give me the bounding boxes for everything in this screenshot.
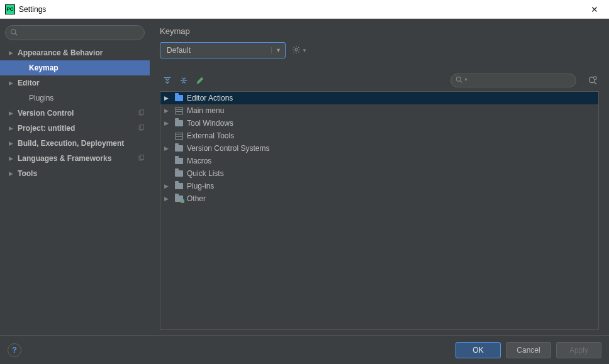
main-area: ▶Appearance & BehaviorKeymap▶EditorPlugi…	[0, 19, 609, 335]
titlebar: PC Settings ✕	[0, 0, 609, 19]
svg-point-8	[295, 48, 298, 51]
sidebar-item-build-execution-deployment[interactable]: ▶Build, Execution, Deployment	[0, 136, 150, 151]
help-button[interactable]: ?	[8, 343, 21, 357]
sidebar-item-label: Plugins	[29, 94, 145, 102]
tree-item-editor-actions[interactable]: ▶Editor Actions	[160, 92, 598, 104]
footer: ? OK Cancel Apply	[0, 335, 609, 364]
sidebar-search-input[interactable]	[5, 25, 145, 40]
chevron-down-icon: ▼	[271, 47, 281, 53]
sidebar-item-plugins[interactable]: Plugins	[0, 91, 150, 106]
tree-item-label: External Tools	[187, 131, 234, 140]
tree-item-label: Plug-ins	[187, 182, 214, 190]
find-by-shortcut-button[interactable]	[586, 75, 599, 85]
gear-icon	[292, 45, 301, 56]
sidebar-item-label: Languages & Frameworks	[18, 154, 138, 163]
svg-point-15	[594, 77, 597, 80]
svg-point-11	[456, 77, 461, 81]
apply-button-label: Apply	[569, 346, 588, 355]
cancel-button-label: Cancel	[517, 346, 540, 355]
sidebar-item-appearance-behavior[interactable]: ▶Appearance & Behavior	[0, 45, 150, 60]
keymap-scheme-dropdown[interactable]: Default ▼	[160, 42, 286, 58]
tree-item-label: Tool Windows	[187, 119, 233, 128]
panel-body: Default ▼ ▼	[150, 42, 609, 335]
tree-item-label: Version Control Systems	[187, 144, 269, 153]
sidebar-item-editor[interactable]: ▶Editor	[0, 75, 150, 91]
keymap-scheme-label: Default	[167, 46, 271, 55]
chevron-right-icon: ▶	[164, 95, 170, 101]
sidebar-nav: ▶Appearance & BehaviorKeymap▶EditorPlugi…	[0, 45, 150, 335]
apply-button: Apply	[556, 342, 601, 358]
sidebar-item-project-untitled[interactable]: ▶Project: untitled	[0, 121, 150, 136]
project-scope-icon	[138, 109, 145, 118]
sidebar-item-label: Tools	[18, 169, 145, 178]
content-panel: Keymap Default ▼ ▼	[150, 19, 609, 335]
chevron-right-icon: ▶	[164, 120, 170, 126]
sidebar-item-tools[interactable]: ▶Tools	[0, 166, 150, 181]
sidebar-item-label: Build, Execution, Deployment	[18, 139, 145, 148]
tree-item-external-tools[interactable]: External Tools	[160, 130, 598, 142]
chevron-right-icon: ▶	[164, 108, 170, 114]
folder-multi-icon	[174, 194, 183, 203]
tree-item-label: Quick Lists	[187, 169, 224, 178]
tree-item-label: Macros	[187, 157, 211, 165]
tree-item-other[interactable]: ▶Other	[160, 192, 598, 205]
chevron-right-icon: ▶	[9, 80, 15, 86]
ok-button[interactable]: OK	[455, 342, 501, 358]
sidebar: ▶Appearance & BehaviorKeymap▶EditorPlugi…	[0, 19, 150, 335]
svg-line-14	[595, 82, 597, 85]
sidebar-item-languages-frameworks[interactable]: ▶Languages & Frameworks	[0, 151, 150, 166]
chevron-right-icon: ▶	[9, 110, 15, 116]
tree-item-label: Other	[187, 194, 206, 203]
chevron-right-icon: ▶	[9, 170, 15, 177]
tree-item-main-menu[interactable]: ▶Main menu	[160, 104, 598, 117]
panel-title: Keymap	[150, 19, 609, 42]
keymap-filter-input[interactable]	[450, 74, 576, 87]
sidebar-item-keymap[interactable]: Keymap	[0, 60, 150, 75]
edit-shortcut-button[interactable]	[195, 75, 205, 85]
sidebar-item-label: Version Control	[18, 109, 138, 118]
close-button[interactable]: ✕	[585, 0, 604, 19]
folder-icon	[174, 119, 183, 128]
sidebar-item-label: Appearance & Behavior	[18, 48, 145, 57]
chevron-right-icon: ▶	[9, 50, 15, 56]
ok-button-label: OK	[472, 346, 483, 355]
tree-item-macros[interactable]: Macros	[160, 155, 598, 167]
tree-item-tool-windows[interactable]: ▶Tool Windows	[160, 117, 598, 130]
keymap-tree[interactable]: ▶Editor Actions▶Main menu▶Tool WindowsEx…	[160, 91, 599, 330]
sidebar-item-version-control[interactable]: ▶Version Control	[0, 106, 150, 121]
folder-icon	[174, 182, 183, 190]
folder-icon	[174, 157, 183, 165]
tree-item-label: Main menu	[187, 106, 224, 115]
expand-all-button[interactable]	[162, 75, 172, 85]
tree-item-plug-ins[interactable]: ▶Plug-ins	[160, 180, 598, 192]
chevron-right-icon: ▶	[164, 196, 170, 202]
sidebar-item-label: Project: untitled	[18, 124, 138, 133]
chevron-right-icon: ▶	[9, 155, 15, 162]
sidebar-item-label: Keymap	[29, 63, 145, 72]
collapse-all-button[interactable]	[179, 75, 189, 85]
project-scope-icon	[138, 124, 145, 133]
app-logo-icon: PC	[5, 4, 15, 14]
folder-icon	[174, 169, 183, 178]
folder-blue-icon	[174, 94, 183, 102]
project-scope-icon	[138, 155, 145, 163]
svg-rect-5	[140, 124, 144, 129]
svg-line-12	[461, 81, 462, 83]
chevron-right-icon: ▶	[164, 183, 170, 189]
scheme-row: Default ▼ ▼	[160, 42, 599, 58]
menu-icon	[174, 106, 183, 115]
tree-item-version-control-systems[interactable]: ▶Version Control Systems	[160, 142, 598, 155]
svg-rect-7	[140, 155, 144, 159]
tree-item-label: Editor Actions	[187, 94, 233, 102]
chevron-right-icon: ▶	[9, 125, 15, 131]
chevron-down-icon: ▼	[302, 48, 307, 53]
tree-item-quick-lists[interactable]: Quick Lists	[160, 167, 598, 180]
filter-wrap: ▼	[450, 74, 576, 87]
folder-icon	[174, 144, 183, 153]
svg-rect-3	[140, 109, 144, 114]
sidebar-item-label: Editor	[18, 79, 145, 87]
cancel-button[interactable]: Cancel	[506, 342, 551, 358]
menu-icon	[174, 131, 183, 140]
scheme-actions-button[interactable]: ▼	[292, 45, 307, 56]
sidebar-search-wrap	[0, 23, 150, 45]
